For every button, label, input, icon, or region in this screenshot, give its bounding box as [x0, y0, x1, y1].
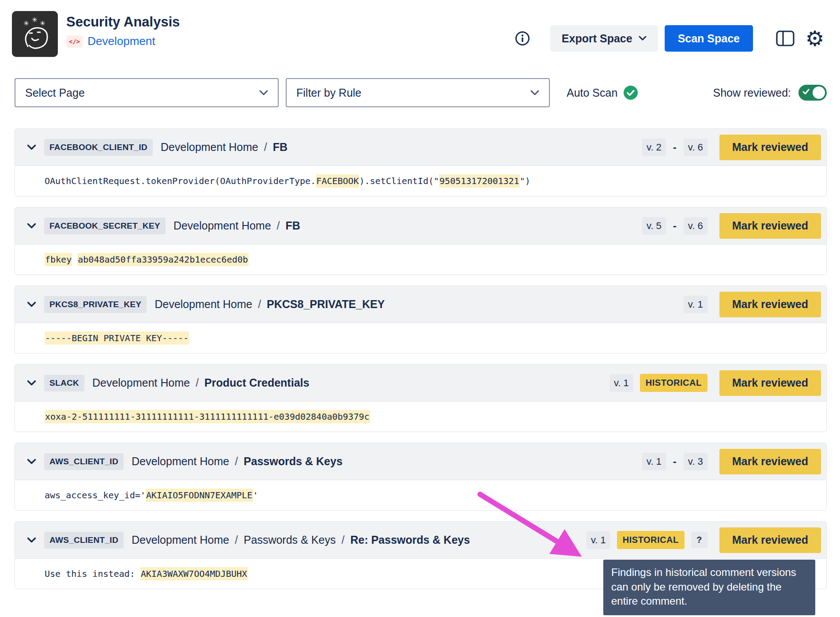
finding-match: fbkey — [45, 253, 72, 266]
finding-header: AWS_CLIENT_ID Development Home/Passwords… — [15, 522, 826, 559]
finding-code-row: xoxa-2-511111111-31111111111-31111111111… — [15, 402, 826, 432]
breadcrumb: Development Home/Passwords & Keys — [132, 455, 343, 468]
filter-by-rule-placeholder: Filter by Rule — [296, 87, 361, 99]
version-badge: v. 1 — [642, 453, 666, 470]
collapse-chevron-icon[interactable] — [27, 144, 36, 150]
breadcrumb-separator: / — [235, 534, 238, 546]
version-badge: v. 1 — [609, 374, 633, 392]
breadcrumb-item[interactable]: PKCS8_PRIVATE_KEY — [267, 298, 385, 311]
svg-text:✳: ✳ — [23, 19, 29, 27]
app-logo: ✳✳✳ — [12, 11, 58, 57]
mark-reviewed-button[interactable]: Mark reviewed — [719, 449, 821, 474]
breadcrumb-item[interactable]: FB — [286, 219, 300, 232]
rule-badge: AWS_CLIENT_ID — [44, 453, 124, 470]
breadcrumb-item[interactable]: Re: Passwords & Keys — [350, 534, 470, 546]
finding-match: FACEBOOK — [316, 174, 359, 188]
finding-meta: v. 2-v. 6 — [642, 139, 708, 156]
code-text: ).setClientId(" — [359, 176, 439, 186]
help-icon[interactable]: ? — [691, 532, 708, 548]
rule-badge: SLACK — [44, 375, 84, 391]
space-link[interactable]: Development — [87, 34, 155, 48]
panel-layout-icon — [776, 30, 795, 46]
breadcrumb: Development Home/Passwords & Keys/Re: Pa… — [132, 534, 470, 546]
rule-badge: FACEBOOK_SECRET_KEY — [44, 218, 166, 234]
finding-match: AKIA3WAXW7OO4MDJBUHX — [140, 567, 248, 580]
gear-icon: ⚙ — [805, 28, 824, 49]
scan-space-button[interactable]: Scan Space — [665, 25, 753, 52]
breadcrumb-item[interactable]: Development Home — [161, 141, 258, 154]
collapse-chevron-icon[interactable] — [27, 380, 36, 386]
finding-match: -----BEGIN PRIVATE KEY----- — [45, 331, 189, 345]
breadcrumb-separator: / — [196, 376, 199, 389]
chevron-down-icon — [530, 90, 539, 96]
page: ✳✳✳ Security Analysis </> Development Ex… — [0, 0, 840, 617]
finding-meta: v. 1HISTORICAL — [609, 374, 708, 392]
finding-code-row: aws_access_key_id='AKIAIO5FODNN7EXAMPLE' — [15, 480, 826, 510]
breadcrumb-separator: / — [264, 141, 267, 154]
code-text: OAuthClientRequest.tokenProvider(OAuthPr… — [45, 176, 316, 186]
show-reviewed-toggle[interactable] — [798, 85, 827, 101]
breadcrumb-item[interactable]: Development Home — [92, 376, 190, 389]
code-snippet: fbkey ab048ad50ffa33959a242b1ecec6ed0b — [45, 253, 249, 266]
finding-header: SLACK Development Home/Product Credentia… — [15, 365, 826, 402]
panel-toggle-button[interactable] — [773, 26, 797, 50]
collapse-chevron-icon[interactable] — [27, 223, 36, 229]
finding-match: xoxa-2-511111111-31111111111-31111111111… — [45, 410, 370, 423]
code-snippet: OAuthClientRequest.tokenProvider(OAuthPr… — [45, 174, 530, 188]
code-snippet: Use this instead: AKIA3WAXW7OO4MDJBUHX — [45, 567, 248, 580]
breadcrumb-item[interactable]: Development Home — [132, 455, 229, 468]
mark-reviewed-button[interactable]: Mark reviewed — [719, 292, 821, 317]
finding-header: PKCS8_PRIVATE_KEY Development Home/PKCS8… — [15, 286, 826, 323]
finding-code-row: fbkey ab048ad50ffa33959a242b1ecec6ed0b — [15, 245, 826, 275]
collapse-chevron-icon[interactable] — [27, 301, 36, 308]
svg-text:✳: ✳ — [32, 16, 38, 24]
breadcrumb-item[interactable]: FB — [273, 141, 288, 154]
breadcrumb-item[interactable]: Product Credentials — [204, 376, 310, 389]
space-type-icon: </> — [66, 35, 83, 48]
collapse-chevron-icon[interactable] — [27, 537, 36, 543]
mark-reviewed-button[interactable]: Mark reviewed — [719, 213, 821, 239]
version-range-separator: - — [673, 220, 677, 232]
finding-meta: v. 1 — [684, 296, 708, 313]
finding-match: ab048ad50ffa33959a242b1ecec6ed0b — [77, 253, 248, 266]
code-text: ' — [253, 490, 258, 500]
info-button[interactable] — [515, 31, 530, 46]
finding-card: AWS_CLIENT_ID Development Home/Passwords… — [15, 443, 827, 511]
collapse-chevron-icon[interactable] — [27, 459, 36, 465]
filter-by-rule-dropdown[interactable]: Filter by Rule — [286, 78, 550, 107]
breadcrumb: Development Home/FB — [161, 141, 288, 154]
finding-match: AKIAIO5FODNN7EXAMPLE — [146, 489, 253, 502]
code-snippet: aws_access_key_id='AKIAIO5FODNN7EXAMPLE' — [45, 489, 258, 502]
breadcrumb-item[interactable]: Passwords & Keys — [244, 455, 343, 468]
export-space-button[interactable]: Export Space — [550, 25, 658, 52]
code-snippet: xoxa-2-511111111-31111111111-31111111111… — [45, 410, 370, 423]
finding-header: AWS_CLIENT_ID Development Home/Passwords… — [15, 443, 826, 480]
breadcrumb-separator: / — [258, 298, 261, 311]
breadcrumb-item[interactable]: Development Home — [174, 219, 271, 232]
breadcrumb: Development Home/Product Credentials — [92, 376, 309, 389]
header-iconbar: ⚙ — [773, 26, 827, 50]
rule-badge: AWS_CLIENT_ID — [44, 532, 124, 549]
select-page-placeholder: Select Page — [25, 87, 85, 99]
code-text: aws_access_key_id=' — [45, 490, 146, 500]
version-badge: v. 5 — [642, 217, 666, 235]
mark-reviewed-button[interactable]: Mark reviewed — [719, 135, 821, 160]
auto-scan-label: Auto Scan — [567, 87, 617, 99]
filter-bar: Select Page Filter by Rule Auto Scan Sho… — [0, 78, 840, 107]
breadcrumb-item[interactable]: Passwords & Keys — [244, 534, 336, 546]
breadcrumb-item[interactable]: Development Home — [132, 534, 229, 546]
chevron-down-icon — [639, 36, 647, 41]
finding-code-row: -----BEGIN PRIVATE KEY----- — [15, 323, 826, 353]
version-badge: v. 6 — [684, 217, 708, 235]
version-range-separator: - — [673, 141, 677, 154]
code-text: ") — [520, 176, 530, 186]
settings-button[interactable]: ⚙ — [803, 26, 827, 50]
space-row: </> Development — [66, 34, 180, 48]
mark-reviewed-button[interactable]: Mark reviewed — [719, 527, 821, 553]
mark-reviewed-button[interactable]: Mark reviewed — [719, 370, 821, 396]
finding-card: SLACK Development Home/Product Credentia… — [15, 364, 827, 432]
breadcrumb: Development Home/PKCS8_PRIVATE_KEY — [155, 298, 385, 311]
finding-card: FACEBOOK_SECRET_KEY Development Home/FB … — [15, 207, 827, 275]
select-page-dropdown[interactable]: Select Page — [15, 78, 279, 107]
breadcrumb-item[interactable]: Development Home — [155, 298, 252, 311]
